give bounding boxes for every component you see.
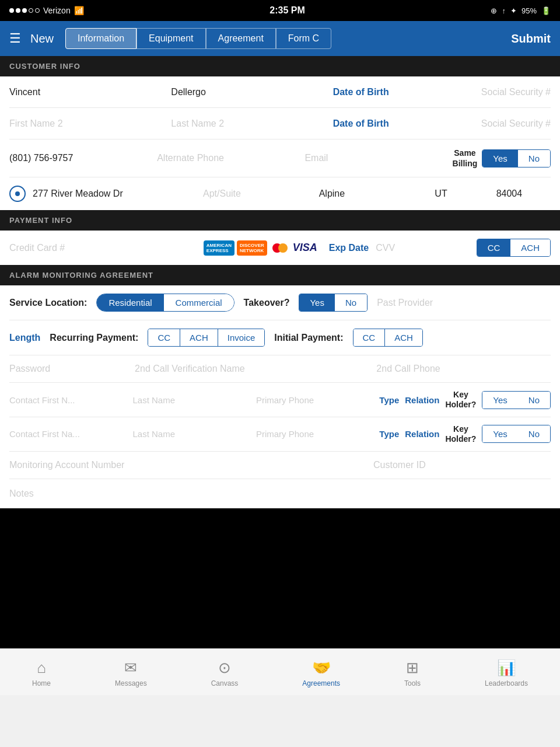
phone-row: (801) 756-9757 Alternate Phone Email Sam… [9,139,551,177]
home-label: Home [32,679,51,687]
second-call-name-field[interactable]: 2nd Call Verification Name [135,364,367,374]
contact-2-keyholder-no[interactable]: No [518,425,550,442]
recurring-ach[interactable]: ACH [180,329,218,346]
first-name-field[interactable]: Vincent [9,87,164,97]
nav-canvass[interactable]: ⊙ Canvass [211,659,239,687]
contact-1-type-label[interactable]: Type [379,395,399,405]
address-row: 277 River Meadow Dr Apt/Suite Alpine UT … [9,177,551,210]
initial-payment-label: Initial Payment: [274,333,343,343]
contact-1-last-name[interactable]: Last Name [132,395,250,405]
credit-card-field[interactable]: Credit Card # [9,243,197,253]
nav-agreements[interactable]: 🤝 Agreements [302,659,340,687]
home-icon: ⌂ [37,659,46,677]
zip-field[interactable]: 84004 [496,189,551,199]
discover-icon: DISCOVERNETWORK [237,240,267,256]
alt-phone-field[interactable]: Alternate Phone [157,153,298,163]
ssn-field-2[interactable]: Social Security # [396,118,551,129]
state-field[interactable]: UT [435,189,489,199]
takeover-toggle: Yes No [299,294,368,312]
battery-level: 95% [522,6,537,15]
apt-suite-field[interactable]: Apt/Suite [203,189,312,199]
tab-information[interactable]: Information [65,28,136,49]
dot-5 [35,8,40,13]
tab-equipment[interactable]: Equipment [136,28,206,49]
takeover-yes[interactable]: Yes [299,294,334,311]
takeover-label: Takeover? [244,298,290,308]
nav-tabs: Information Equipment Agreement Form C [65,28,504,49]
contact-2-phone[interactable]: Primary Phone [256,429,373,439]
account-row: Monitoring Account Number Customer ID [9,452,551,479]
length-label[interactable]: Length [9,333,40,343]
email-field[interactable]: Email [304,153,445,163]
contact-2-keyholder-label: KeyHolder? [445,424,476,444]
customer-id-field[interactable]: Customer ID [373,460,551,470]
address-field[interactable]: 277 River Meadow Dr [33,189,196,199]
last-name-2-field[interactable]: Last Name 2 [171,118,326,129]
canvass-icon: ⊙ [218,659,231,677]
second-call-phone-field[interactable]: 2nd Call Phone [376,364,551,374]
contact-2-relation-label[interactable]: Relation [405,429,439,439]
battery-icon: 🔋 [541,6,551,15]
contact-1-keyholder-yes[interactable]: Yes [482,392,517,409]
initial-ach[interactable]: ACH [385,329,422,346]
contact-1-phone[interactable]: Primary Phone [256,395,373,405]
monitoring-account-field[interactable]: Monitoring Account Number [9,460,364,470]
past-provider-field[interactable]: Past Provider [377,298,551,308]
nav-tools[interactable]: ⊞ Tools [404,659,421,687]
password-field[interactable]: Password [9,364,125,374]
signal-dots [9,8,40,13]
nav-bar: ☰ New Information Equipment Agreement Fo… [0,21,560,56]
contact-1-keyholder-toggle: Yes No [482,391,551,409]
submit-button[interactable]: Submit [511,32,551,46]
contact-2-type-label[interactable]: Type [379,429,399,439]
initial-payment-toggle: CC ACH [353,329,423,347]
ssn-field-1[interactable]: Social Security # [396,87,551,97]
recurring-payment-toggle: CC ACH Invoice [148,329,265,347]
tab-form-c[interactable]: Form C [276,28,331,49]
tab-agreement[interactable]: Agreement [206,28,276,49]
contact-row-2: Contact First Na... Last Name Primary Ph… [9,417,551,452]
first-name-2-field[interactable]: First Name 2 [9,118,164,129]
contact-2-keyholder-yes[interactable]: Yes [482,425,517,442]
commercial-tab[interactable]: Commercial [164,294,234,311]
nav-messages[interactable]: ✉ Messages [115,659,147,687]
initial-cc[interactable]: CC [354,329,386,346]
contact-2-first-name[interactable]: Contact First Na... [9,429,127,439]
nav-home[interactable]: ⌂ Home [32,659,51,687]
service-location-row: Service Location: Residential Commercial… [9,285,551,320]
takeover-no[interactable]: No [335,294,367,311]
same-billing-yes[interactable]: Yes [482,150,517,167]
residential-tab[interactable]: Residential [97,294,163,311]
nav-leaderboards[interactable]: 📊 Leaderboards [485,659,528,687]
phone-field[interactable]: (801) 756-9757 [9,153,150,163]
city-field[interactable]: Alpine [319,189,428,199]
location-icon: ⊕ [491,6,497,15]
ach-button[interactable]: ACH [510,239,550,256]
messages-icon: ✉ [124,659,137,677]
dot-2 [16,8,20,13]
contact-1-relation-label[interactable]: Relation [405,395,439,405]
dob-label-1: Date of Birth [333,87,389,97]
contact-1-keyholder-label: KeyHolder? [445,390,476,410]
agreements-icon: 🤝 [312,659,331,677]
same-billing-no[interactable]: No [518,150,550,167]
hamburger-menu[interactable]: ☰ [9,31,21,46]
contact-1-first-name[interactable]: Contact First N... [9,395,127,405]
contact-1-keyholder-no[interactable]: No [518,392,550,409]
recurring-invoice[interactable]: Invoice [218,329,265,346]
cc-button[interactable]: CC [477,239,511,256]
payment-info-section: Credit Card # AMERICANEXPRESS DISCOVERNE… [0,231,560,265]
notes-field[interactable]: Notes [9,488,34,498]
length-payment-row: Length Recurring Payment: CC ACH Invoice… [9,320,551,355]
canvass-label: Canvass [211,679,239,687]
same-billing-label: SameBilling [453,148,478,169]
customer-info-section: Vincent Dellergo Date of Birth Social Se… [0,76,560,210]
card-icons: AMERICANEXPRESS DISCOVERNETWORK VISA [204,240,317,256]
status-bar: Verizon 📶 2:35 PM ⊕ ↑ ✦ 95% 🔋 [0,0,560,21]
cvv-field[interactable]: CVV [376,243,469,253]
last-name-field[interactable]: Dellergo [171,87,326,97]
exp-date-label: Exp Date [329,243,369,253]
contact-2-last-name[interactable]: Last Name [132,429,250,439]
recurring-cc[interactable]: CC [148,329,180,346]
bottom-nav: ⌂ Home ✉ Messages ⊙ Canvass 🤝 Agreements… [0,648,560,695]
